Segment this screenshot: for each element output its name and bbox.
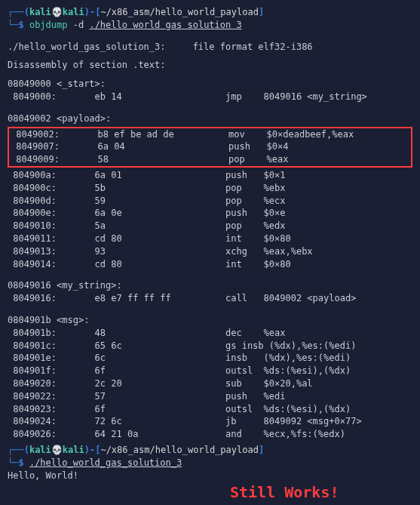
disasm-line: 804901b: 48 dec %eax (8, 327, 412, 340)
command: objdump (29, 20, 68, 30)
prompt-close-user: )-[ (84, 7, 101, 17)
prompt-close-path: ] (259, 7, 264, 17)
disasm-line: 8049024: 72 6c jb 8049092 <msg+0×77> (8, 415, 412, 428)
disasm-line: 804900e: 6a 0e push $0×e (8, 207, 412, 220)
disasm-line: 8049016: e8 e7 ff ff ff call 8049002 <pa… (8, 292, 412, 305)
disasm-line: 8049000: eb 14 jmp 8049016 <my_string> (8, 91, 412, 103)
disasm-line: 8049002: b8 ef be ad de mov $0×deadbeef,… (11, 128, 409, 141)
prompt-user: kali (29, 445, 51, 455)
prompt-line-2[interactable]: └─$ objdump -d ./hello world gas solutio… (8, 19, 412, 32)
prompt-user: kali (29, 7, 51, 17)
command: ./hello_world_gas_solution_3 (29, 457, 182, 468)
program-output: Hello, World! (8, 470, 412, 482)
disasm-line: 8049026: 64 21 0a and %ecx,%fs:(%edx) (8, 428, 412, 441)
msg-label: 0804901b <msg>: (8, 314, 412, 327)
highlight-box: 8049002: b8 ef be ad de mov $0×deadbeef,… (8, 127, 412, 168)
disasm-line: 804901c: 65 6c gs insb (%dx),%es:(%edi) (8, 340, 412, 353)
disasm-line: 8049011: cd 80 int $0×80 (8, 232, 412, 245)
prompt-path: ~/x86_asm/hello_world_payload (100, 7, 259, 17)
prompt-dollar: └─$ (8, 20, 24, 30)
prompt-dollar: └─$ (8, 457, 24, 468)
disasm-line: 804901f: 6f outsl %ds:(%esi),(%dx) (8, 365, 412, 377)
disasm-line: 8049020: 2c 20 sub $0×20,%al (8, 377, 412, 390)
disasm-line: 8049023: 6f outsl %ds:(%esi),(%dx) (8, 403, 412, 416)
disassembly-header: Disassembly of section .text: (8, 59, 412, 72)
prompt2-line-1: ┌──(kali💀kali)-[~/x86_asm/hello_world_pa… (8, 444, 412, 457)
skull-icon: 💀 (51, 445, 63, 455)
disasm-line: 8049014: cd 80 int $0×80 (8, 258, 412, 271)
prompt2-line-2[interactable]: └─$ ./hello_world_gas_solution_3 (8, 457, 412, 470)
disasm-line: 8049007: 6a 04 push $0×4 (11, 140, 409, 153)
disasm-line: 8049009: 58 pop %eax (11, 153, 409, 166)
flag: -d (73, 20, 84, 30)
disasm-line: 804900d: 59 pop %ecx (8, 195, 412, 208)
start-label: 08049000 <_start>: (8, 78, 412, 91)
disasm-line: 8049010: 5a pop %edx (8, 220, 412, 232)
disasm-line: 8049022: 57 push %edi (8, 390, 412, 403)
annotation-text: Still Works! (230, 482, 339, 503)
prompt-open: ┌──( (8, 7, 29, 17)
prompt-close-user: )-[ (84, 445, 101, 455)
disasm-line: 804900c: 5b pop %ebx (8, 182, 412, 195)
disasm-line: 8049013: 93 xchg %eax,%ebx (8, 245, 412, 258)
command-arg: ./hello world gas solution 3 (89, 20, 241, 30)
skull-icon: 💀 (51, 7, 63, 17)
prompt-close-path: ] (259, 445, 264, 455)
prompt-host: kali (63, 7, 84, 17)
mystring-label: 08049016 <my_string>: (8, 279, 412, 292)
prompt-host: kali (63, 445, 84, 455)
prompt-open: ┌──( (8, 445, 29, 455)
disasm-line: 804900a: 6a 01 push $0×1 (8, 169, 412, 182)
prompt-line-1: ┌──(kali💀kali)-[~/x86_asm/hello_world_pa… (8, 6, 412, 19)
disasm-line: 804901e: 6c insb (%dx),%es:(%edi) (8, 352, 412, 365)
payload-label: 08049002 <payload>: (8, 112, 412, 125)
prompt-path: ~/x86_asm/hello_world_payload (100, 445, 259, 455)
file-format-line: ./hello_world_gas_solution_3: file forma… (8, 41, 412, 54)
